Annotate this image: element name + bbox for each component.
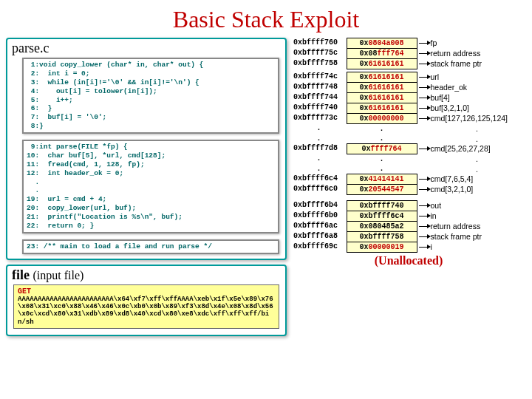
stack-addr: 0xbffff740 bbox=[291, 103, 347, 114]
parse-header: parse.c bbox=[7, 39, 285, 58]
code-copy-lower: 1:void copy_lower (char* in, char* out) … bbox=[24, 59, 278, 132]
hex-box: GET AAAAAAAAAAAAAAAAAAAAAAAA\x64\xf7\xff… bbox=[13, 284, 279, 329]
stack-cell: 0xbffff740 bbox=[347, 201, 417, 211]
stack-cell: 0x61616161 bbox=[347, 83, 417, 93]
stack-label: stack frame ptr bbox=[417, 59, 526, 69]
stack-label: cmd[7,6,5,4] bbox=[417, 174, 526, 185]
stack-addr: 0xbffff7d8 bbox=[291, 144, 347, 154]
stack-label: buf[4] bbox=[417, 93, 526, 103]
content: parse.c 1:void copy_lower (char* in, cha… bbox=[0, 38, 532, 341]
stack-label: fp bbox=[417, 38, 526, 49]
code-box-1: 1:void copy_lower (char* in, char* out) … bbox=[22, 58, 279, 134]
stack-addr: 0xbffff6c0 bbox=[291, 185, 347, 195]
code-main-comment: 23: /** main to load a file and run pars… bbox=[24, 241, 278, 253]
file-header-a: file bbox=[12, 267, 30, 282]
hex-body: AAAAAAAAAAAAAAAAAAAAAAAA\x64\xf7\xff\xff… bbox=[18, 296, 275, 326]
stack-label: cmd[127,126,125,124] bbox=[417, 114, 526, 124]
stack-cell: 0xbffff6c4 bbox=[347, 211, 417, 222]
stack-addr: 0xbffff748 bbox=[291, 83, 347, 93]
stack-label: buf[3,2,1,0] bbox=[417, 103, 526, 114]
stack-addr: 0xbffff6b0 bbox=[291, 211, 347, 222]
stack-addr: 0xbffff74c bbox=[291, 72, 347, 83]
stack-addr: 0xbffff73c bbox=[291, 114, 347, 124]
parse-card: parse.c 1:void copy_lower (char* in, cha… bbox=[6, 38, 287, 260]
code-box-3: 23: /** main to load a file and run pars… bbox=[22, 239, 279, 254]
file-card: file (input file) GET AAAAAAAAAAAAAAAAAA… bbox=[6, 265, 287, 336]
stack-table: 0xbffff7600x0804a008fp0xbffff75c0x08fff7… bbox=[291, 38, 526, 253]
stack-addr: 0xbffff6a8 bbox=[291, 232, 347, 242]
stack-label: header_ok bbox=[417, 83, 526, 93]
left-column: parse.c 1:void copy_lower (char* in, cha… bbox=[6, 38, 287, 341]
stack-label: url bbox=[417, 72, 526, 83]
stack-column: 0xbffff7600x0804a008fp0xbffff75c0x08fff7… bbox=[291, 38, 526, 341]
stack-label: return address bbox=[417, 49, 526, 59]
stack-cell: 0x41414141 bbox=[347, 174, 417, 185]
stack-cell: 0x00000000 bbox=[347, 114, 417, 124]
stack-label: cmd[25,26,27,28] bbox=[417, 144, 526, 154]
stack-label: in bbox=[417, 211, 526, 222]
stack-label: return address bbox=[417, 222, 526, 232]
stack-cell: 0xffff764 bbox=[347, 144, 417, 154]
stack-label: cmd[3,2,1,0] bbox=[417, 185, 526, 195]
stack-cell: 0x0804a008 bbox=[347, 38, 417, 49]
hex-get: GET bbox=[18, 287, 275, 296]
stack-cell: 0x61616161 bbox=[347, 72, 417, 83]
stack-label: out bbox=[417, 201, 526, 211]
stack-cell: 0x00000019 bbox=[347, 242, 417, 253]
code-box-2: 9:int parse(FILE *fp) { 10: char buf[5],… bbox=[22, 140, 279, 233]
stack-addr: 0xbffff760 bbox=[291, 38, 347, 49]
unallocated-label: (Unallocated) bbox=[291, 254, 526, 267]
stack-addr: 0xbffff6c4 bbox=[291, 174, 347, 185]
stack-label: i bbox=[417, 242, 526, 253]
stack-addr: 0xbffff75c bbox=[291, 49, 347, 59]
stack-cell: 0x20544547 bbox=[347, 185, 417, 195]
stack-cell: 0x61616161 bbox=[347, 93, 417, 103]
stack-cell: 0x08fff764 bbox=[347, 49, 417, 59]
stack-addr: 0xbffff744 bbox=[291, 93, 347, 103]
file-header-b: (input file) bbox=[33, 269, 84, 282]
stack-cell: 0x080485a2 bbox=[347, 222, 417, 232]
stack-cell: 0xbffff758 bbox=[347, 232, 417, 242]
stack-addr: 0xbffff69c bbox=[291, 242, 347, 253]
file-header: file (input file) bbox=[7, 266, 285, 284]
stack-addr: 0xbffff758 bbox=[291, 59, 347, 69]
stack-addr: 0xbffff6ac bbox=[291, 222, 347, 232]
stack-cell: 0x61616161 bbox=[347, 59, 417, 69]
stack-addr: 0xbffff6b4 bbox=[291, 201, 347, 211]
stack-label: stack frame ptr bbox=[417, 232, 526, 242]
code-parse: 9:int parse(FILE *fp) { 10: char buf[5],… bbox=[24, 141, 278, 232]
slide-title: Basic Stack Exploit bbox=[0, 0, 532, 38]
stack-cell: 0x61616161 bbox=[347, 103, 417, 114]
